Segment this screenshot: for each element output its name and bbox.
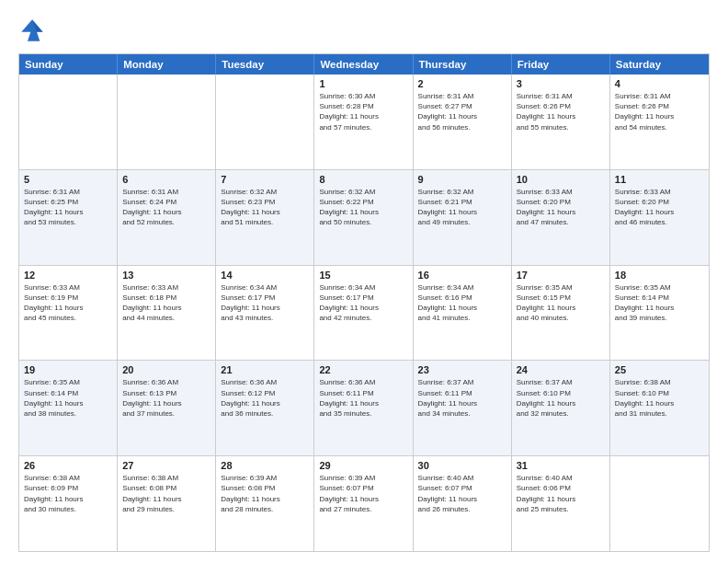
calendar-cell — [118, 75, 216, 169]
day-number: 28 — [221, 460, 309, 471]
day-number: 20 — [122, 364, 210, 375]
calendar-cell: 6Sunrise: 6:31 AM Sunset: 6:24 PM Daylig… — [118, 170, 216, 265]
calendar-cell — [610, 456, 709, 551]
calendar-cell: 15Sunrise: 6:34 AM Sunset: 6:17 PM Dayli… — [314, 266, 413, 361]
calendar-cell: 3Sunrise: 6:31 AM Sunset: 6:26 PM Daylig… — [512, 75, 610, 169]
calendar-cell: 16Sunrise: 6:34 AM Sunset: 6:16 PM Dayli… — [414, 266, 512, 361]
calendar-row: 1Sunrise: 6:30 AM Sunset: 6:28 PM Daylig… — [19, 75, 709, 169]
calendar-cell: 7Sunrise: 6:32 AM Sunset: 6:23 PM Daylig… — [216, 170, 314, 265]
cell-info: Sunrise: 6:33 AM Sunset: 6:18 PM Dayligh… — [122, 282, 210, 324]
cell-info: Sunrise: 6:31 AM Sunset: 6:27 PM Dayligh… — [418, 91, 506, 132]
day-number: 16 — [418, 270, 506, 281]
day-number: 3 — [517, 78, 605, 89]
cell-info: Sunrise: 6:40 AM Sunset: 6:06 PM Dayligh… — [517, 473, 605, 514]
day-number: 26 — [24, 460, 112, 471]
cell-info: Sunrise: 6:31 AM Sunset: 6:25 PM Dayligh… — [24, 187, 112, 228]
calendar-cell: 10Sunrise: 6:33 AM Sunset: 6:20 PM Dayli… — [512, 170, 610, 265]
cell-info: Sunrise: 6:38 AM Sunset: 6:10 PM Dayligh… — [615, 377, 704, 419]
cal-header-day: Tuesday — [216, 54, 314, 75]
day-number: 6 — [122, 174, 210, 185]
day-number: 5 — [24, 174, 112, 185]
day-number: 24 — [517, 364, 605, 375]
calendar-cell: 26Sunrise: 6:38 AM Sunset: 6:09 PM Dayli… — [19, 456, 118, 551]
calendar-cell — [19, 75, 118, 169]
cell-info: Sunrise: 6:34 AM Sunset: 6:17 PM Dayligh… — [319, 282, 407, 324]
day-number: 22 — [319, 364, 407, 375]
cell-info: Sunrise: 6:33 AM Sunset: 6:20 PM Dayligh… — [517, 187, 605, 228]
day-number: 12 — [24, 270, 112, 281]
cell-info: Sunrise: 6:36 AM Sunset: 6:13 PM Dayligh… — [122, 377, 210, 419]
logo — [18, 17, 50, 44]
day-number: 9 — [418, 174, 506, 185]
calendar-body: 1Sunrise: 6:30 AM Sunset: 6:28 PM Daylig… — [19, 75, 709, 551]
calendar-cell: 31Sunrise: 6:40 AM Sunset: 6:06 PM Dayli… — [512, 456, 610, 551]
calendar-cell: 13Sunrise: 6:33 AM Sunset: 6:18 PM Dayli… — [118, 266, 216, 361]
cell-info: Sunrise: 6:32 AM Sunset: 6:21 PM Dayligh… — [418, 187, 506, 228]
day-number: 4 — [615, 78, 704, 89]
day-number: 14 — [221, 270, 309, 281]
cell-info: Sunrise: 6:35 AM Sunset: 6:15 PM Dayligh… — [517, 282, 605, 324]
calendar-cell: 22Sunrise: 6:36 AM Sunset: 6:11 PM Dayli… — [314, 361, 413, 455]
cell-info: Sunrise: 6:40 AM Sunset: 6:07 PM Dayligh… — [418, 473, 506, 514]
cal-header-day: Thursday — [414, 54, 512, 75]
calendar-row: 5Sunrise: 6:31 AM Sunset: 6:25 PM Daylig… — [19, 169, 709, 265]
cal-header-day: Wednesday — [314, 54, 413, 75]
calendar-cell: 8Sunrise: 6:32 AM Sunset: 6:22 PM Daylig… — [314, 170, 413, 265]
day-number: 17 — [517, 270, 605, 281]
cell-info: Sunrise: 6:39 AM Sunset: 6:08 PM Dayligh… — [221, 473, 309, 514]
cell-info: Sunrise: 6:30 AM Sunset: 6:28 PM Dayligh… — [319, 91, 407, 132]
calendar-cell: 29Sunrise: 6:39 AM Sunset: 6:07 PM Dayli… — [314, 456, 413, 551]
cell-info: Sunrise: 6:31 AM Sunset: 6:24 PM Dayligh… — [122, 187, 210, 228]
calendar-cell: 9Sunrise: 6:32 AM Sunset: 6:21 PM Daylig… — [414, 170, 512, 265]
calendar-cell: 11Sunrise: 6:33 AM Sunset: 6:20 PM Dayli… — [610, 170, 709, 265]
page: SundayMondayTuesdayWednesdayThursdayFrid… — [0, 0, 728, 563]
calendar-cell: 4Sunrise: 6:31 AM Sunset: 6:26 PM Daylig… — [610, 75, 709, 169]
cell-info: Sunrise: 6:33 AM Sunset: 6:20 PM Dayligh… — [615, 187, 704, 228]
calendar-cell: 14Sunrise: 6:34 AM Sunset: 6:17 PM Dayli… — [216, 266, 314, 361]
cell-info: Sunrise: 6:34 AM Sunset: 6:16 PM Dayligh… — [418, 282, 506, 324]
cell-info: Sunrise: 6:31 AM Sunset: 6:26 PM Dayligh… — [517, 91, 605, 132]
logo-icon — [18, 17, 46, 44]
day-number: 21 — [221, 364, 309, 375]
calendar-cell: 27Sunrise: 6:38 AM Sunset: 6:08 PM Dayli… — [118, 456, 216, 551]
cell-info: Sunrise: 6:32 AM Sunset: 6:23 PM Dayligh… — [221, 187, 309, 228]
cal-header-day: Saturday — [610, 54, 709, 75]
cell-info: Sunrise: 6:36 AM Sunset: 6:11 PM Dayligh… — [319, 377, 407, 419]
calendar-cell: 18Sunrise: 6:35 AM Sunset: 6:14 PM Dayli… — [610, 266, 709, 361]
calendar-cell: 20Sunrise: 6:36 AM Sunset: 6:13 PM Dayli… — [118, 361, 216, 455]
day-number: 29 — [319, 460, 407, 471]
cell-info: Sunrise: 6:34 AM Sunset: 6:17 PM Dayligh… — [221, 282, 309, 324]
cell-info: Sunrise: 6:35 AM Sunset: 6:14 PM Dayligh… — [615, 282, 704, 324]
day-number: 11 — [615, 174, 704, 185]
cell-info: Sunrise: 6:39 AM Sunset: 6:07 PM Dayligh… — [319, 473, 407, 514]
calendar-row: 26Sunrise: 6:38 AM Sunset: 6:09 PM Dayli… — [19, 455, 709, 551]
cell-info: Sunrise: 6:36 AM Sunset: 6:12 PM Dayligh… — [221, 377, 309, 419]
day-number: 1 — [319, 78, 407, 89]
calendar: SundayMondayTuesdayWednesdayThursdayFrid… — [18, 53, 710, 552]
cal-header-day: Sunday — [19, 54, 118, 75]
day-number: 25 — [615, 364, 704, 375]
calendar-cell: 21Sunrise: 6:36 AM Sunset: 6:12 PM Dayli… — [216, 361, 314, 455]
calendar-cell: 23Sunrise: 6:37 AM Sunset: 6:11 PM Dayli… — [414, 361, 512, 455]
cell-info: Sunrise: 6:37 AM Sunset: 6:11 PM Dayligh… — [418, 377, 506, 419]
cell-info: Sunrise: 6:37 AM Sunset: 6:10 PM Dayligh… — [517, 377, 605, 419]
calendar-cell: 2Sunrise: 6:31 AM Sunset: 6:27 PM Daylig… — [414, 75, 512, 169]
cell-info: Sunrise: 6:33 AM Sunset: 6:19 PM Dayligh… — [24, 282, 112, 324]
day-number: 7 — [221, 174, 309, 185]
calendar-header: SundayMondayTuesdayWednesdayThursdayFrid… — [19, 54, 709, 75]
cell-info: Sunrise: 6:31 AM Sunset: 6:26 PM Dayligh… — [615, 91, 704, 132]
cell-info: Sunrise: 6:32 AM Sunset: 6:22 PM Dayligh… — [319, 187, 407, 228]
cell-info: Sunrise: 6:38 AM Sunset: 6:08 PM Dayligh… — [122, 473, 210, 514]
calendar-cell: 30Sunrise: 6:40 AM Sunset: 6:07 PM Dayli… — [414, 456, 512, 551]
cal-header-day: Monday — [118, 54, 216, 75]
day-number: 13 — [122, 270, 210, 281]
day-number: 30 — [418, 460, 506, 471]
day-number: 18 — [615, 270, 704, 281]
calendar-cell: 24Sunrise: 6:37 AM Sunset: 6:10 PM Dayli… — [512, 361, 610, 455]
calendar-cell: 5Sunrise: 6:31 AM Sunset: 6:25 PM Daylig… — [19, 170, 118, 265]
cell-info: Sunrise: 6:38 AM Sunset: 6:09 PM Dayligh… — [24, 473, 112, 514]
day-number: 8 — [319, 174, 407, 185]
day-number: 2 — [418, 78, 506, 89]
calendar-cell: 1Sunrise: 6:30 AM Sunset: 6:28 PM Daylig… — [314, 75, 413, 169]
calendar-row: 19Sunrise: 6:35 AM Sunset: 6:14 PM Dayli… — [19, 360, 709, 455]
